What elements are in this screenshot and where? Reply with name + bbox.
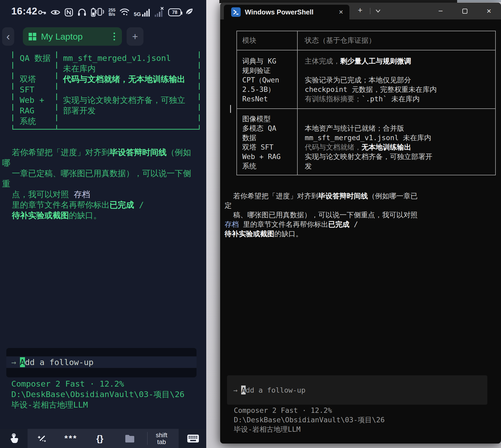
terminal-paragraph: 若你希望把「进度」对齐到毕设答辩时间线（例如哪一章已定 稿、哪张图已用真数据），…: [225, 191, 418, 239]
project-name: 毕设-岩相古地理LLM: [11, 399, 184, 410]
tab-dropdown-icon[interactable]: [375, 8, 381, 15]
data-rate: 255B/s: [109, 8, 116, 17]
back-button[interactable]: ‹: [2, 27, 14, 46]
followup-input[interactable]: → A dd a follow-up: [227, 375, 487, 405]
status-time: 16:42: [11, 6, 38, 17]
input-placeholder: dd a follow-up: [246, 386, 306, 394]
maximize-button[interactable]: [453, 3, 477, 19]
screenshot-canvas: 16:42: [0, 0, 501, 448]
session-tab-my-laptop[interactable]: My Laptop: [23, 27, 122, 46]
powershell-icon: [231, 7, 241, 17]
session-status: Composer 2 Fast · 12.2% D:\DeskBase\Obsi…: [234, 406, 385, 434]
row2-module: 图像模型多模态 QA数据双塔 SFTWeb + RAG系统: [242, 114, 281, 171]
working-directory: D:\DeskBase\ObsidianVault\03-项目\26: [11, 389, 184, 399]
session-tab-title: My Laptop: [41, 31, 83, 42]
wifi-icon: [119, 7, 130, 18]
new-tab-button[interactable]: +: [358, 6, 363, 14]
powershell-window: Windows PowerShell × + − × 模: [220, 3, 501, 444]
shift-tab-key[interactable]: shifttab: [150, 429, 173, 448]
working-directory: D:\DeskBase\ObsidianVault\03-项目\26: [234, 415, 385, 425]
table-col-module: QA 数据 双塔SFTWeb +RAG系统: [20, 53, 51, 126]
asterisks-key[interactable]: ***: [60, 429, 81, 448]
table-border: [297, 31, 298, 175]
keyboard-toolbar: *** {} shifttab: [0, 429, 206, 448]
table-border: [236, 175, 496, 175]
table-border: [495, 31, 496, 175]
table-border-mid: [56, 51, 57, 130]
eye-icon: [50, 8, 61, 18]
table-border: [236, 108, 496, 109]
tab-title: Windows PowerShell: [245, 8, 313, 16]
tab-windows-powershell[interactable]: Windows PowerShell ×: [224, 5, 349, 19]
terminal-table: QA 数据 双塔SFTWeb +RAG系统 mm_sft_merged_v1.j…: [12, 51, 200, 130]
model-status: Composer 2 Fast · 12.2%: [11, 378, 184, 389]
prompt-arrow-icon: →: [11, 357, 16, 367]
row2-status: 本地资产与统计已就绪；合并版mm_sft_merged_v1.jsonl 未在库…: [305, 114, 432, 171]
folder-icon[interactable]: [120, 429, 140, 448]
headset-icon: [77, 8, 87, 18]
status-icons-right: 255B/s 5G: [95, 6, 194, 18]
table-border-bottom: [12, 129, 200, 130]
leaf-icon: [185, 7, 194, 17]
header-status: 状态（基于仓库证据）: [305, 36, 376, 45]
model-status: Composer 2 Fast · 12.2%: [234, 406, 385, 415]
row1-status: 主体完成，剩少量人工与规则微调 实验记录为已完成；本地仅见部分checkpoin…: [305, 56, 437, 104]
add-session-button[interactable]: +: [127, 27, 143, 46]
table-border-right: [199, 51, 200, 130]
table-border: [236, 31, 496, 31]
text-cursor: A: [20, 357, 25, 367]
table-border: [236, 31, 237, 175]
input-placeholder: dd a follow-up: [25, 357, 94, 367]
followup-input[interactable]: → A dd a follow-up: [6, 348, 197, 377]
toolbar-divider: [147, 432, 148, 445]
titlebar-divider: [370, 8, 370, 14]
window-controls: − ×: [428, 3, 501, 19]
minimize-button[interactable]: −: [428, 3, 453, 19]
keyboard-toggle-icon[interactable]: [184, 429, 202, 448]
tab-close-icon[interactable]: ×: [339, 8, 343, 16]
terminal-cursor: [230, 105, 231, 113]
session-status: Composer 2 Fast · 12.2% D:\DeskBase\Obsi…: [11, 378, 184, 410]
vibrate-icon: [95, 7, 105, 18]
close-button[interactable]: ×: [477, 3, 501, 19]
terminal-paragraph: 若你希望把「进度」对齐到毕设答辩时间线（例如哪 一章已定稿、哪张图已用真数据），…: [2, 147, 191, 220]
signal-nosim-icon: [154, 6, 165, 18]
windows-logo-icon: [29, 33, 36, 40]
magic-wand-icon[interactable]: [33, 429, 51, 448]
key-icon: [37, 8, 47, 18]
row1-module: 词典与 KG规则验证CPT（Qwen2.5-3B）ResNet: [242, 56, 279, 104]
project-name: 毕设-岩相古地理LLM: [234, 425, 385, 434]
phone-screen: 16:42: [0, 0, 206, 448]
text-cursor: A: [241, 386, 246, 394]
prompt-arrow-icon: →: [233, 386, 237, 394]
screen-edge-strip: [457, 0, 501, 2]
window-titlebar[interactable]: Windows PowerShell × + − ×: [220, 3, 501, 19]
nfc-icon: [64, 8, 74, 18]
table-border: [236, 50, 496, 50]
tab-menu-icon[interactable]: [113, 33, 115, 40]
status-icons-left: [37, 7, 96, 18]
header-module: 模块: [242, 36, 256, 45]
table-col-status: mm_sft_merged_v1.jsonl未在库内代码与文档就绪，无本地训练输…: [63, 53, 185, 126]
signal-5g-icon: 5G: [134, 8, 151, 17]
touch-pointer-icon[interactable]: [5, 429, 23, 448]
status-table: 模块 状态（基于仓库证据） 词典与 KG规则验证CPT（Qwen2.5-3B）R…: [236, 31, 496, 175]
braces-key[interactable]: {}: [90, 429, 110, 448]
battery-indicator: 78: [168, 8, 181, 16]
table-border-left: [12, 51, 13, 130]
